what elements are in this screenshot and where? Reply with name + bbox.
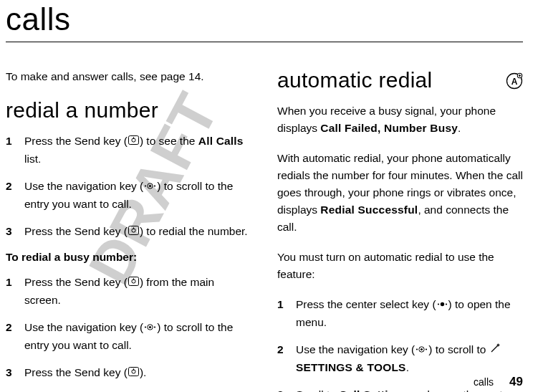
step-text: Press the Send key (: [24, 276, 128, 288]
svg-point-30: [426, 348, 427, 350]
bold-term: Call Failed, Number Busy: [320, 122, 458, 134]
svg-rect-8: [128, 226, 138, 234]
step-number: 2: [277, 341, 296, 376]
bold-term: Call Settings: [339, 388, 408, 392]
bold-term: Redial Successful: [320, 204, 418, 216]
send-key-icon: [128, 274, 139, 291]
section-title-redial: redial a number: [6, 98, 251, 123]
step-number: 1: [277, 296, 296, 331]
right-column: automatic redial A When you receive a bu…: [277, 68, 523, 392]
list-item: 1 Press the center select key () to open…: [277, 296, 523, 331]
step-number: 3: [6, 223, 24, 241]
step-number: 2: [6, 319, 24, 354]
step-text: ) to scroll to: [428, 343, 489, 355]
step-text: list.: [24, 153, 41, 165]
step-text: Use the navigation key (: [24, 180, 143, 192]
body-paragraph: When you receive a busy signal, your pho…: [277, 102, 523, 137]
list-item: 3 Press the Send key ().: [6, 364, 251, 382]
send-key-icon: [128, 223, 139, 240]
step-number: 1: [6, 133, 24, 168]
bold-term: All Calls: [198, 135, 244, 147]
step-text: Press the Send key (: [24, 135, 128, 147]
step-number: 2: [6, 178, 24, 213]
send-key-icon: [128, 133, 139, 150]
svg-point-26: [437, 303, 438, 305]
section-title-auto-redial: automatic redial: [277, 68, 433, 92]
step-text: Use the navigation key (: [296, 343, 415, 355]
auto-redial-steps: 1 Press the center select key () to open…: [277, 296, 523, 392]
step-text: Press the Send key (: [24, 366, 128, 378]
redial-steps: 1 Press the Send key () to see the All C…: [6, 133, 251, 241]
step-text: Press the center select key (: [296, 298, 436, 310]
feature-badge-icon: A: [506, 72, 523, 92]
step-text: .: [406, 361, 409, 373]
subhead-redial-busy: To redial a busy number:: [6, 251, 251, 264]
svg-point-27: [445, 303, 446, 305]
redial-busy-steps: 1 Press the Send key () from the main sc…: [6, 274, 251, 382]
list-item: 3 Scroll to Call Settings and press the …: [277, 386, 523, 392]
svg-text:A: A: [511, 77, 518, 87]
step-number: 1: [6, 274, 24, 309]
paragraph-text: .: [458, 122, 461, 134]
list-item: 2 Use the navigation key () to scroll to…: [277, 341, 523, 376]
svg-point-15: [154, 326, 155, 328]
svg-point-28: [440, 302, 443, 306]
svg-point-4: [145, 185, 146, 186]
left-column: To make and answer calls, see page 14. r…: [6, 68, 251, 392]
bold-term: SETTINGS & TOOLS: [296, 361, 406, 373]
svg-point-14: [145, 326, 146, 328]
nav-key-icon: [144, 178, 156, 195]
step-text: ) to redial the number.: [140, 225, 248, 237]
step-text: ).: [140, 366, 146, 378]
intro-text: To make and answer calls, see page 14.: [6, 68, 251, 85]
step-text: Scroll to: [296, 388, 339, 392]
list-item: 2 Use the navigation key () to scroll to…: [6, 319, 251, 354]
svg-point-7: [149, 185, 151, 187]
svg-point-17: [149, 325, 151, 328]
list-item: 3 Press the Send key () to redial the nu…: [6, 223, 251, 241]
svg-rect-11: [128, 277, 138, 285]
body-paragraph: With automatic redial, your phone automa…: [277, 150, 523, 236]
list-item: 1 Press the Send key () to see the All C…: [6, 133, 251, 168]
step-text: ) to see the: [140, 135, 198, 147]
svg-point-5: [154, 185, 155, 186]
svg-rect-18: [128, 367, 138, 376]
body-paragraph: You must turn on automatic redial to use…: [277, 249, 523, 283]
nav-key-icon: [144, 319, 156, 336]
list-item: 1 Press the Send key () from the main sc…: [6, 274, 251, 309]
list-item: 2 Use the navigation key () to scroll to…: [6, 178, 251, 213]
tools-icon: [490, 341, 500, 358]
center-select-key-icon: [437, 296, 448, 313]
step-text: Press the Send key (: [24, 225, 128, 237]
svg-point-32: [421, 348, 423, 350]
svg-point-29: [416, 348, 418, 350]
page-title: calls: [6, 1, 523, 42]
step-number: 3: [277, 386, 296, 392]
step-number: 3: [6, 364, 24, 382]
step-text: Use the navigation key (: [24, 321, 143, 333]
nav-key-icon: [415, 341, 428, 358]
send-key-icon: [128, 364, 139, 381]
